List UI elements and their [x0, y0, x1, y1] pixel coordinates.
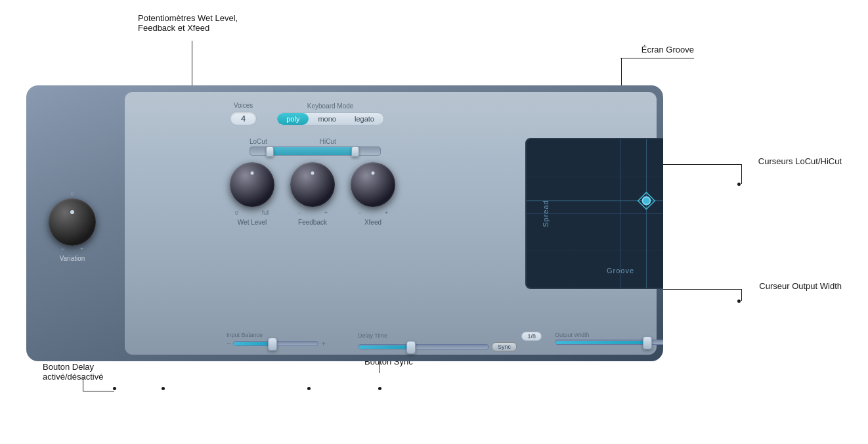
sync-button[interactable]: Sync: [492, 342, 517, 351]
groove-groove-label: Groove: [607, 267, 634, 275]
variation-section: ○ − + Variation: [39, 190, 105, 262]
keyboard-mode-label: Keyboard Mode: [307, 102, 354, 110]
voices-label: Voices: [234, 102, 253, 109]
delay-time-label: Delay Time: [358, 332, 387, 339]
cut-slider-fill: [270, 147, 354, 155]
feedback-knob[interactable]: [290, 162, 335, 207]
keyboard-mode-buttons: poly mono legato: [276, 112, 384, 125]
annotation-line-delay-v: [83, 377, 83, 391]
cut-labels: LoCut HiCut: [250, 138, 512, 145]
plugin-panel: ○ − + Variation DELAY Voices 4 Keyboard …: [26, 85, 663, 361]
delay-time-header: Delay Time 1/8: [358, 332, 542, 341]
annotation-line-locut-v: [741, 164, 742, 184]
wet-level-range: 0 full: [235, 210, 270, 216]
feedback-label: Feedback: [298, 219, 327, 226]
voices-value[interactable]: 4: [230, 112, 257, 125]
variation-label: Variation: [60, 255, 85, 262]
xfeed-unit: − + Xfeed: [351, 162, 395, 226]
kbd-legato-button[interactable]: legato: [345, 113, 383, 125]
variation-markers: ○: [70, 190, 74, 197]
main-controls: LoCut HiCut 0 full Wet: [230, 138, 512, 226]
kbd-mono-button[interactable]: mono: [309, 113, 345, 125]
panel-inner: Voices 4 Keyboard Mode poly mono legato …: [125, 92, 657, 355]
groove-spread-label: Spread: [542, 200, 550, 227]
hicut-label: HiCut: [320, 138, 336, 145]
input-balance-section: Input Balance − +: [227, 332, 345, 347]
variation-knob[interactable]: [49, 198, 96, 246]
xfeed-label: Xfeed: [364, 219, 381, 226]
input-balance-track[interactable]: [233, 341, 318, 346]
variation-range: − +: [61, 246, 84, 252]
connector-sync: [378, 387, 381, 390]
annotation-ecran-groove: Écran Groove: [641, 45, 694, 55]
connector-locut: [737, 183, 741, 186]
connector-delaytime: [307, 387, 311, 390]
annotation-line-output-v: [741, 289, 742, 301]
locut-thumb[interactable]: [266, 146, 274, 157]
input-balance-plus: +: [321, 340, 325, 347]
input-balance-minus: −: [227, 340, 230, 347]
feedback-range: − +: [297, 210, 328, 216]
input-balance-fill: [234, 342, 273, 345]
connector-output: [737, 300, 741, 303]
feedback-unit: − + Feedback: [290, 162, 335, 226]
output-width-fill: [555, 341, 647, 344]
annotation-line-delay-h: [83, 391, 114, 391]
wet-level-label: Wet Level: [238, 219, 267, 226]
connector-balance: [162, 387, 165, 390]
delay-time-thumb[interactable]: [406, 341, 416, 354]
voices-section: Voices 4: [230, 102, 257, 125]
annotation-potentiometres: Potentiomètres Wet Level, Feedback et Xf…: [138, 13, 238, 33]
delay-time-track[interactable]: [358, 344, 489, 349]
xfeed-knob[interactable]: [351, 162, 395, 207]
annotation-line-groove-h: [620, 58, 694, 58]
cut-slider-track[interactable]: [250, 146, 381, 156]
annotation-bouton-delay: Bouton Delay activé/désactivé: [43, 362, 104, 382]
input-balance-thumb[interactable]: [268, 338, 277, 351]
output-width-thumb[interactable]: [643, 336, 652, 349]
output-width-track[interactable]: [555, 340, 663, 345]
wet-level-knob[interactable]: [230, 162, 274, 207]
delay-time-section: Delay Time 1/8 Sync: [358, 332, 542, 351]
groove-display[interactable]: Spread Groove: [525, 138, 663, 289]
wet-level-unit: 0 full Wet Level: [230, 162, 274, 226]
connector-delay: [113, 387, 116, 390]
xfeed-range: − +: [358, 210, 389, 216]
delay-time-controls: Sync: [358, 342, 542, 351]
annotation-locut-hicut: Curseurs LoCut/HiCut: [758, 156, 842, 166]
kbd-poly-button[interactable]: poly: [277, 113, 309, 125]
bottom-sliders: Input Balance − + Delay Time 1/8: [227, 332, 647, 361]
annotation-output-width: Curseur Output Width: [759, 281, 842, 291]
output-width-section: Output Width: [555, 332, 663, 345]
keyboard-mode-section: Keyboard Mode poly mono legato: [276, 102, 384, 125]
locut-hicut-section: LoCut HiCut: [250, 138, 512, 156]
top-controls: Voices 4 Keyboard Mode poly mono legato: [230, 102, 643, 125]
delay-time-value[interactable]: 1/8: [521, 332, 542, 341]
hicut-thumb[interactable]: [351, 146, 359, 157]
input-balance-label: Input Balance: [227, 332, 345, 338]
input-balance-controls: − +: [227, 340, 345, 347]
delay-time-fill: [358, 345, 411, 349]
knobs-row: 0 full Wet Level − + Feedback: [230, 162, 512, 226]
svg-point-8: [643, 197, 651, 205]
locut-label: LoCut: [250, 138, 267, 145]
